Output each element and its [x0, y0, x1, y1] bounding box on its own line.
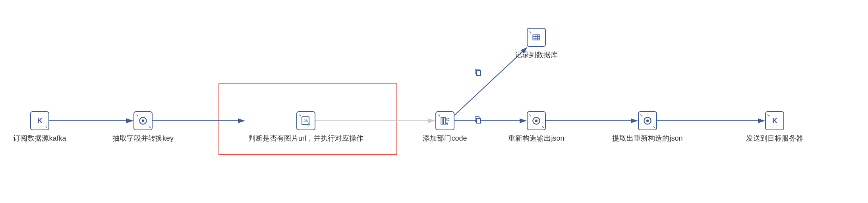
svg-rect-12: [444, 117, 445, 124]
node-send-target-server[interactable]: ↘ K 发送到目标服务器: [743, 111, 806, 143]
transform-icon: ↘ ↘: [133, 111, 153, 130]
node-label: 订阅数据源kafka: [13, 133, 66, 143]
svg-rect-3: [477, 71, 481, 75]
svg-point-17: [646, 120, 649, 122]
node-label: 记录到数据库: [515, 50, 558, 60]
node-label: 抽取字段并转换key: [112, 133, 174, 143]
node-extract-rebuilt-json[interactable]: ↘ ↘ 提取出重新构造的json: [612, 111, 683, 143]
node-js-modify[interactable]: ↘ JS 判断是否有图片url，并执行对应操作: [246, 111, 365, 143]
svg-text:JS: JS: [304, 119, 308, 123]
database-table-icon: ↘: [527, 28, 546, 47]
transform-icon: ↘ ↘: [527, 111, 546, 130]
node-rebuild-json[interactable]: ↘ ↘ 重新构造输出json: [505, 111, 568, 143]
transform-icon: ↘ ↘: [638, 111, 657, 130]
node-label: 判断是否有图片url，并执行对应操作: [248, 133, 363, 143]
node-add-dept-code[interactable]: ↘ C 添加部门code: [421, 111, 469, 143]
node-label: 发送到目标服务器: [746, 133, 803, 143]
kafka-icon: ↘ K: [30, 111, 49, 130]
node-kafka-source[interactable]: ↘ K 订阅数据源kafka: [12, 111, 68, 143]
node-label: 重新构造输出json: [508, 133, 564, 143]
node-extract-transform[interactable]: ↘ ↘ 抽取字段并转换key: [111, 111, 175, 143]
svg-marker-10: [308, 123, 311, 126]
javascript-script-icon: ↘ JS: [296, 111, 315, 130]
svg-text:C: C: [446, 117, 449, 122]
node-label: 提取出重新构造的json: [612, 133, 682, 143]
svg-text:K: K: [772, 117, 777, 125]
svg-point-15: [535, 120, 538, 122]
svg-rect-19: [533, 35, 539, 40]
svg-rect-5: [477, 118, 481, 123]
node-record-database[interactable]: ↘ 记录到数据库: [512, 28, 560, 60]
node-label: 添加部门code: [423, 133, 467, 143]
copy-icon: [473, 68, 482, 77]
copy-icon: [473, 115, 482, 125]
add-column-icon: ↘ C: [435, 111, 454, 130]
svg-text:K: K: [37, 117, 43, 125]
svg-rect-11: [441, 117, 443, 124]
svg-point-8: [142, 120, 145, 122]
kafka-sink-icon: ↘ K: [765, 111, 784, 130]
